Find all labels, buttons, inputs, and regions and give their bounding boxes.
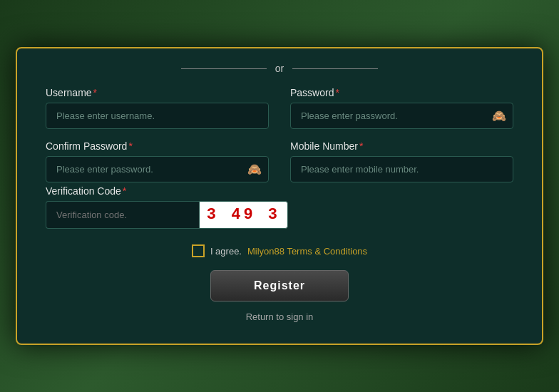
agree-row: I agree. Milyon88 Terms & Conditions	[46, 244, 513, 257]
verification-row: Verification Code* 3 49 3	[46, 185, 513, 229]
password-input[interactable]	[290, 103, 513, 129]
confirm-password-label: Confirm Password*	[46, 140, 269, 152]
captcha-image[interactable]: 3 49 3	[199, 201, 288, 229]
password-label: Password*	[290, 87, 513, 98]
mobile-number-group: Mobile Number*	[290, 140, 513, 182]
captcha-wrapper: 3 49 3	[46, 201, 288, 229]
confirm-password-eye-icon[interactable]: 🙈	[247, 163, 262, 176]
agree-checkbox[interactable]	[192, 244, 205, 257]
captcha-code: 3 49 3	[207, 206, 280, 224]
mobile-input-wrapper	[290, 156, 513, 182]
verification-code-group: Verification Code* 3 49 3	[46, 185, 288, 229]
verification-code-input[interactable]	[46, 201, 199, 229]
mobile-number-label: Mobile Number*	[290, 140, 513, 152]
verification-required: *	[123, 185, 126, 197]
register-button[interactable]: Register	[210, 270, 349, 301]
divider-line-right	[292, 68, 378, 69]
or-divider: or	[46, 63, 513, 74]
username-input-wrapper	[46, 103, 269, 129]
username-label: Username*	[46, 87, 269, 98]
agree-text: I agree.	[210, 246, 242, 257]
mobile-required: *	[359, 140, 363, 152]
password-required: *	[335, 87, 339, 98]
confirm-password-input[interactable]	[46, 156, 269, 182]
password-eye-icon[interactable]: 🙈	[492, 109, 506, 123]
confirm-password-input-wrapper: 🙈	[46, 156, 269, 182]
confirm-password-group: Confirm Password* 🙈	[46, 140, 269, 182]
divider-line-left	[181, 68, 267, 69]
verification-code-label: Verification Code*	[46, 185, 288, 197]
confirm-password-required: *	[128, 140, 132, 152]
terms-link[interactable]: Milyon88 Terms & Conditions	[247, 246, 367, 257]
password-input-wrapper: 🙈	[290, 103, 513, 129]
username-required: *	[93, 87, 97, 98]
or-text: or	[275, 63, 284, 74]
username-group: Username*	[46, 87, 269, 129]
return-to-signin-link[interactable]: Return to sign in	[46, 311, 513, 322]
form-grid: Username* Password* 🙈 Confirm Password*	[46, 87, 513, 182]
password-group: Password* 🙈	[290, 87, 513, 129]
mobile-number-input[interactable]	[290, 156, 513, 182]
register-modal: or Username* Password* 🙈 Confir	[16, 47, 543, 345]
username-input[interactable]	[46, 103, 269, 129]
